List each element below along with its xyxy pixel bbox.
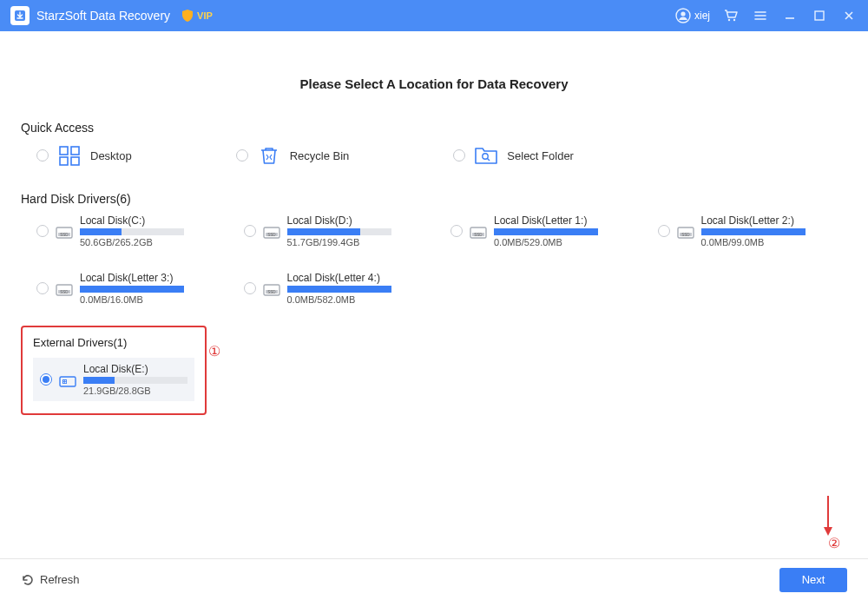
menu-icon[interactable] (752, 7, 769, 24)
svg-point-4 (733, 19, 735, 21)
main-content: Please Select A Location for Data Recove… (0, 31, 868, 558)
capacity-bar (287, 228, 391, 235)
svg-text:SSD: SSD (60, 233, 69, 237)
svg-rect-32 (65, 380, 66, 381)
svg-text:SSD: SSD (60, 290, 69, 294)
drive-label: Local Disk(Letter 3:) (80, 272, 219, 284)
minimize-icon[interactable] (781, 7, 799, 24)
drive-size: 50.6GB/265.2GB (80, 237, 219, 247)
titlebar: StarzSoft Data Recovery VIP xiej (0, 0, 868, 31)
svg-rect-5 (815, 11, 824, 20)
ssd-disk-icon: SSD (677, 223, 694, 239)
drive-label: Local Disk(C:) (80, 214, 219, 227)
drive-item[interactable]: SSDLocal Disk(Letter 1:)0.0MB/529.0MB (450, 214, 633, 247)
capacity-bar (80, 286, 184, 293)
refresh-button[interactable]: Refresh (21, 573, 80, 587)
quick-access-label: Desktop (90, 149, 132, 162)
drive-size: 0.0MB/16.0MB (80, 294, 219, 305)
annotation-arrow-icon (823, 494, 833, 537)
external-drivers-box: External Drivers(1) Local Disk(E:) 21.9G… (21, 326, 207, 415)
radio-unselected[interactable] (236, 149, 248, 162)
svg-rect-6 (60, 147, 68, 155)
ssd-disk-icon: SSD (56, 223, 73, 239)
quick-access-label: Recycle Bin (290, 149, 350, 162)
capacity-bar (701, 228, 806, 235)
quick-access-select-folder[interactable]: Select Folder (453, 143, 574, 168)
ssd-disk-icon: SSD (263, 223, 280, 239)
drive-size: 21.9GB/28.8GB (83, 386, 187, 396)
svg-point-3 (728, 19, 730, 21)
desktop-icon (57, 143, 82, 168)
radio-unselected[interactable] (450, 225, 463, 237)
external-heading: External Drivers(1) (33, 336, 194, 349)
svg-rect-31 (63, 380, 64, 381)
capacity-bar (83, 377, 187, 384)
drive-label: Local Disk(Letter 2:) (701, 214, 840, 227)
svg-point-2 (681, 11, 685, 16)
svg-rect-29 (60, 377, 76, 386)
drive-item[interactable]: SSDLocal Disk(Letter 4:)0.0MB/582.0MB (244, 272, 426, 305)
radio-unselected[interactable] (36, 225, 49, 237)
external-disk-icon (59, 372, 76, 387)
svg-rect-7 (71, 147, 79, 155)
hard-disk-grid: SSDLocal Disk(C:)50.6GB/265.2GBSSDLocal … (21, 214, 847, 305)
quick-access-recycle-bin[interactable]: Recycle Bin (236, 143, 350, 168)
vip-badge: VIP (181, 9, 213, 23)
user-account-button[interactable]: xiej (675, 8, 710, 23)
page-title: Please Select A Location for Data Recove… (21, 76, 847, 91)
radio-unselected[interactable] (36, 149, 49, 162)
svg-rect-33 (63, 382, 64, 383)
svg-text:SSD: SSD (474, 233, 483, 237)
capacity-bar (287, 286, 391, 293)
drive-size: 0.0MB/582.0MB (287, 294, 426, 305)
next-button[interactable]: Next (779, 568, 847, 592)
drive-item[interactable]: SSDLocal Disk(Letter 3:)0.0MB/16.0MB (36, 272, 219, 305)
radio-unselected[interactable] (453, 149, 465, 162)
drive-item-external[interactable]: Local Disk(E:) 21.9GB/28.8GB (33, 358, 194, 401)
close-icon[interactable] (840, 7, 858, 24)
ssd-disk-icon: SSD (56, 280, 73, 296)
svg-rect-34 (65, 382, 66, 383)
drive-label: Local Disk(Letter 1:) (494, 214, 633, 227)
svg-rect-9 (71, 157, 79, 165)
svg-rect-8 (60, 157, 68, 165)
ssd-disk-icon: SSD (263, 280, 280, 296)
svg-point-10 (483, 154, 488, 159)
capacity-bar (80, 228, 184, 235)
drive-label: Local Disk(Letter 4:) (287, 272, 426, 284)
annotation-2: ② (828, 535, 840, 551)
radio-selected[interactable] (40, 373, 52, 386)
drive-label: Local Disk(D:) (287, 214, 426, 227)
cart-icon[interactable] (722, 7, 740, 24)
svg-text:SSD: SSD (267, 233, 276, 237)
app-title: StarzSoft Data Recovery (36, 9, 170, 23)
drive-size: 0.0MB/99.0MB (701, 237, 840, 247)
radio-unselected[interactable] (658, 225, 670, 237)
capacity-bar (494, 228, 598, 235)
app-logo-icon (10, 6, 30, 25)
refresh-icon (21, 573, 35, 587)
quick-access-desktop[interactable]: Desktop (36, 143, 132, 168)
drive-item[interactable]: SSDLocal Disk(D:)51.7GB/199.4GB (244, 214, 426, 247)
maximize-icon[interactable] (811, 7, 828, 24)
quick-access-label: Select Folder (507, 149, 574, 162)
drive-label: Local Disk(E:) (83, 363, 187, 375)
svg-text:SSD: SSD (267, 290, 276, 294)
drive-item[interactable]: SSDLocal Disk(C:)50.6GB/265.2GB (36, 214, 219, 247)
hard-disk-heading: Hard Disk Drivers(6) (21, 192, 847, 206)
refresh-label: Refresh (40, 573, 80, 586)
folder-search-icon (474, 143, 498, 168)
vip-shield-icon (181, 9, 194, 23)
svg-text:SSD: SSD (681, 233, 690, 237)
annotation-1: ① (208, 343, 220, 359)
quick-access-heading: Quick Access (21, 121, 847, 135)
user-icon (675, 8, 691, 23)
quick-access-row: Desktop Recycle Bin Select Folder (21, 143, 847, 168)
user-name-label: xiej (694, 10, 710, 22)
radio-unselected[interactable] (36, 282, 49, 294)
drive-size: 51.7GB/199.4GB (287, 237, 426, 247)
radio-unselected[interactable] (244, 282, 256, 294)
drive-item[interactable]: SSDLocal Disk(Letter 2:)0.0MB/99.0MB (658, 214, 840, 247)
recycle-bin-icon (257, 143, 281, 168)
radio-unselected[interactable] (244, 225, 256, 237)
